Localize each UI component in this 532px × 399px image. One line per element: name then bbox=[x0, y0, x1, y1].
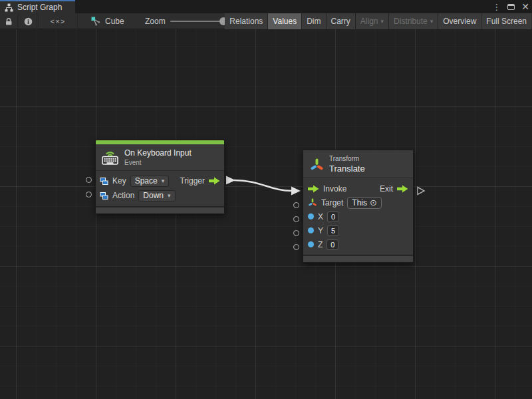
transform-mini-icon bbox=[308, 198, 317, 207]
y-label: Y bbox=[318, 226, 323, 235]
exit-port-triangle bbox=[418, 188, 424, 195]
fullscreen-button[interactable]: Full Screen bbox=[481, 13, 531, 29]
distribute-button[interactable]: Distribute ▾ bbox=[389, 13, 438, 29]
tab-bar: Script Graph ⋮ ✕ bbox=[0, 0, 532, 13]
dim-button[interactable]: Dim bbox=[302, 13, 325, 29]
trigger-invoke-wire bbox=[0, 29, 532, 399]
node-title: On Keyboard Input bbox=[124, 148, 192, 158]
x-value-field[interactable]: 0 bbox=[327, 211, 339, 222]
transform-icon bbox=[310, 158, 324, 171]
x-row: X 0 bbox=[308, 209, 408, 223]
object-picker-icon: ⊙ bbox=[370, 198, 377, 207]
script-graph-icon bbox=[5, 3, 13, 12]
lock-icon bbox=[5, 17, 13, 26]
close-icon[interactable]: ✕ bbox=[521, 2, 529, 11]
node-category: Transform bbox=[329, 155, 365, 162]
keyboard-node-header: On Keyboard Input Event bbox=[96, 144, 224, 171]
action-label: Action bbox=[112, 191, 134, 200]
translate-node[interactable]: Transform Translate Invoke Exit bbox=[303, 150, 414, 263]
trigger-label: Trigger bbox=[180, 176, 205, 186]
maximize-icon[interactable] bbox=[507, 4, 515, 10]
keyboard-node-footer bbox=[96, 206, 224, 213]
keyboard-node-body: Key Space ▾ Trigger bbox=[96, 171, 224, 206]
x-label: X bbox=[318, 212, 323, 221]
exit-flow-arrow-icon[interactable] bbox=[397, 185, 408, 193]
target-object-field[interactable]: This ⊙ bbox=[347, 197, 382, 209]
z-value-field[interactable]: 0 bbox=[327, 239, 338, 250]
code-preview-button[interactable]: <×> bbox=[38, 13, 78, 29]
node-title: Translate bbox=[329, 164, 365, 174]
action-dropdown[interactable]: Down ▾ bbox=[138, 190, 175, 201]
z-label: Z bbox=[318, 240, 323, 249]
carry-button[interactable]: Carry bbox=[327, 13, 355, 29]
chevron-down-icon: ▾ bbox=[162, 178, 165, 184]
enum-icon bbox=[100, 192, 108, 200]
chevron-down-icon: ▾ bbox=[381, 19, 384, 25]
exit-label: Exit bbox=[380, 184, 393, 194]
values-button[interactable]: Values bbox=[268, 13, 301, 29]
x-input-port[interactable] bbox=[293, 216, 299, 222]
key-row: Key Space ▾ Trigger bbox=[100, 174, 220, 188]
zoom-slider-track[interactable] bbox=[170, 21, 226, 22]
invoke-label: Invoke bbox=[323, 184, 346, 194]
chevron-down-icon: ▾ bbox=[168, 193, 171, 199]
relations-button[interactable]: Relations bbox=[225, 13, 267, 29]
graph-canvas[interactable]: On Keyboard Input Event Key Space ▾ bbox=[0, 29, 532, 399]
chevron-down-icon: ▾ bbox=[430, 19, 434, 25]
y-value-field[interactable]: 5 bbox=[327, 225, 339, 236]
invoke-row: Invoke Exit bbox=[308, 182, 408, 196]
z-input-port[interactable] bbox=[293, 244, 299, 250]
translate-node-body: Invoke Exit bbox=[303, 178, 413, 255]
key-input-port[interactable] bbox=[86, 177, 92, 183]
value-port-dot bbox=[308, 227, 314, 233]
tab-title: Script Graph bbox=[17, 3, 62, 12]
zoom-label: Zoom bbox=[145, 17, 166, 26]
lock-button[interactable] bbox=[0, 13, 18, 29]
value-port-dot bbox=[308, 241, 314, 247]
invoke-flow-arrow-icon[interactable] bbox=[308, 185, 319, 193]
enum-icon bbox=[100, 177, 108, 186]
action-input-port[interactable] bbox=[86, 192, 92, 198]
y-row: Y 5 bbox=[308, 223, 408, 237]
more-menu-icon[interactable]: ⋮ bbox=[492, 3, 501, 11]
translate-node-footer bbox=[303, 255, 413, 262]
key-dropdown[interactable]: Space ▾ bbox=[130, 176, 170, 187]
graph-toolbar: <×> Cube Zoom 1x Relations Values Dim Ca… bbox=[0, 13, 532, 29]
value-port-dot bbox=[308, 213, 314, 219]
overview-button[interactable]: Overview bbox=[438, 13, 481, 29]
target-label: Target bbox=[321, 198, 343, 207]
on-keyboard-input-node[interactable]: On Keyboard Input Event Key Space ▾ bbox=[95, 140, 225, 214]
code-icon: <×> bbox=[51, 17, 65, 25]
toolbar-buttons: Relations Values Dim Carry Align ▾ Distr… bbox=[225, 13, 531, 29]
action-row: Action Down ▾ bbox=[100, 188, 220, 203]
graph-pointer-icon bbox=[91, 17, 101, 26]
info-icon bbox=[24, 17, 33, 26]
window-controls: ⋮ ✕ bbox=[492, 0, 529, 13]
key-label: Key bbox=[112, 176, 126, 186]
script-graph-window: Script Graph ⋮ ✕ bbox=[0, 0, 532, 399]
tab-script-graph[interactable]: Script Graph bbox=[0, 0, 75, 13]
align-button[interactable]: Align ▾ bbox=[356, 13, 388, 29]
graph-target[interactable]: Cube bbox=[91, 13, 124, 29]
trigger-flow-arrow-icon[interactable] bbox=[209, 177, 220, 185]
target-row: Target This ⊙ bbox=[308, 196, 408, 209]
node-subtitle: Event bbox=[124, 159, 192, 166]
keyboard-event-icon bbox=[101, 150, 119, 165]
info-button[interactable] bbox=[19, 13, 37, 29]
z-row: Z 0 bbox=[308, 237, 408, 251]
target-input-port[interactable] bbox=[293, 202, 299, 208]
translate-node-header: Transform Translate bbox=[303, 150, 413, 178]
y-input-port[interactable] bbox=[293, 230, 299, 236]
graph-target-name: Cube bbox=[105, 17, 124, 26]
